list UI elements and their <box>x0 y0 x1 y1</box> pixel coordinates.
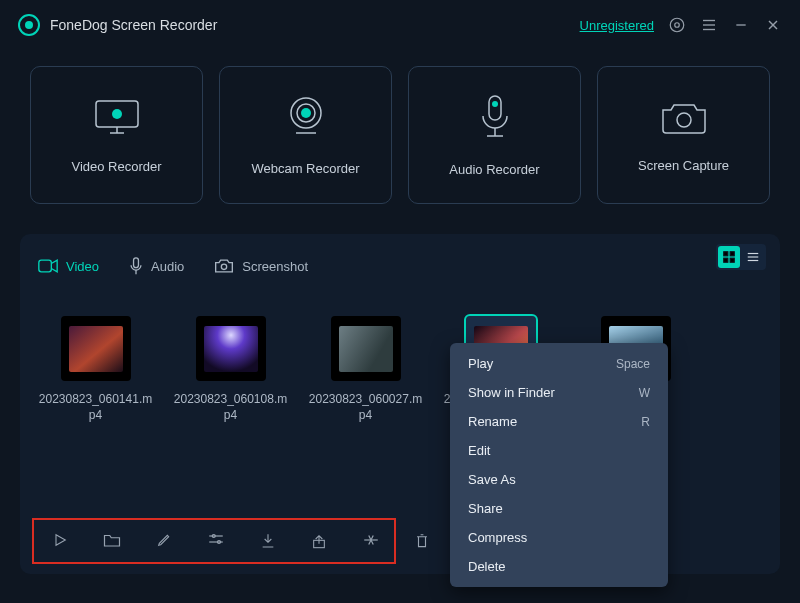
svg-rect-20 <box>39 260 52 272</box>
svg-point-19 <box>677 113 691 127</box>
svg-point-0 <box>670 18 684 32</box>
context-menu-share[interactable]: Share <box>450 494 668 523</box>
library-tabs: Video Audio Screenshot <box>38 246 762 286</box>
svg-point-14 <box>301 108 311 118</box>
context-menu-show-in-finder[interactable]: Show in Finder W <box>450 378 668 407</box>
thumbnail-icon <box>69 326 123 372</box>
mode-label: Webcam Recorder <box>251 161 359 176</box>
tab-label: Audio <box>151 259 184 274</box>
settings-gear-icon[interactable] <box>668 16 686 34</box>
play-icon <box>52 532 68 548</box>
delete-button[interactable] <box>415 532 429 550</box>
context-menu-play[interactable]: Play Space <box>450 349 668 378</box>
svg-rect-15 <box>489 96 501 120</box>
pencil-icon <box>156 532 172 548</box>
svg-rect-24 <box>724 252 728 256</box>
tab-screenshot[interactable]: Screenshot <box>214 258 308 274</box>
download-icon <box>260 532 276 550</box>
mode-label: Video Recorder <box>71 159 161 174</box>
library-item[interactable]: 20230823_060141.mp4 <box>43 316 148 423</box>
camera-icon <box>659 98 709 136</box>
trim-icon <box>362 532 380 548</box>
ctx-label: Edit <box>468 443 490 458</box>
ctx-label: Compress <box>468 530 527 545</box>
app-title: FoneDog Screen Recorder <box>50 17 217 33</box>
share-icon <box>311 532 327 550</box>
folder-icon <box>103 532 121 548</box>
ctx-shortcut: Space <box>616 357 650 371</box>
library-toolbar <box>32 518 396 564</box>
play-button[interactable] <box>52 532 68 550</box>
svg-point-11 <box>112 109 122 119</box>
filename-label: 20230823_060141.mp4 <box>38 391 154 423</box>
context-menu-rename[interactable]: Rename R <box>450 407 668 436</box>
grid-view-button[interactable] <box>718 246 740 268</box>
filename-label: 20230823_060027.mp4 <box>308 391 424 423</box>
svg-point-23 <box>222 264 227 269</box>
grid-icon <box>722 250 736 264</box>
view-switch <box>716 244 766 270</box>
context-menu: Play Space Show in Finder W Rename R Edi… <box>450 343 668 587</box>
ctx-label: Play <box>468 356 493 371</box>
svg-rect-21 <box>134 258 139 268</box>
mode-cards: Video Recorder Webcam Recorder Audio Rec… <box>0 50 800 234</box>
titlebar: FoneDog Screen Recorder Unregistered <box>0 0 800 50</box>
folder-button[interactable] <box>103 532 121 550</box>
list-icon <box>746 250 760 264</box>
context-menu-save-as[interactable]: Save As <box>450 465 668 494</box>
webcam-icon <box>282 95 330 139</box>
svg-rect-25 <box>730 252 734 256</box>
settings-button[interactable] <box>207 532 225 550</box>
edit-button[interactable] <box>156 532 172 550</box>
list-view-button[interactable] <box>742 246 764 268</box>
svg-rect-27 <box>730 258 734 262</box>
close-icon[interactable] <box>764 16 782 34</box>
context-menu-delete[interactable]: Delete <box>450 552 668 581</box>
thumbnail-icon <box>339 326 393 372</box>
mode-audio-recorder[interactable]: Audio Recorder <box>408 66 581 204</box>
context-menu-edit[interactable]: Edit <box>450 436 668 465</box>
tab-label: Video <box>66 259 99 274</box>
tab-label: Screenshot <box>242 259 308 274</box>
monitor-icon <box>90 97 144 137</box>
filename-label: 20230823_060108.mp4 <box>173 391 289 423</box>
ctx-label: Share <box>468 501 503 516</box>
svg-rect-26 <box>724 258 728 262</box>
ctx-shortcut: R <box>641 415 650 429</box>
context-menu-compress[interactable]: Compress <box>450 523 668 552</box>
trash-icon <box>415 532 429 550</box>
ctx-label: Save As <box>468 472 516 487</box>
unregistered-link[interactable]: Unregistered <box>580 18 654 33</box>
ctx-label: Delete <box>468 559 506 574</box>
export-button[interactable] <box>260 532 276 550</box>
svg-point-1 <box>675 23 680 28</box>
svg-point-16 <box>492 101 498 107</box>
share-button[interactable] <box>311 532 327 550</box>
minimize-icon[interactable] <box>732 16 750 34</box>
sliders-icon <box>207 532 225 546</box>
thumbnail-icon <box>204 326 258 372</box>
svg-marker-31 <box>56 535 65 546</box>
video-camera-icon <box>38 259 58 273</box>
library-item[interactable]: 20230823_060108.mp4 <box>178 316 283 423</box>
mode-video-recorder[interactable]: Video Recorder <box>30 66 203 204</box>
trim-button[interactable] <box>362 532 380 550</box>
mode-screen-capture[interactable]: Screen Capture <box>597 66 770 204</box>
mode-label: Audio Recorder <box>449 162 539 177</box>
ctx-label: Rename <box>468 414 517 429</box>
tab-video[interactable]: Video <box>38 259 99 274</box>
camera-icon <box>214 258 234 274</box>
library-item[interactable]: 20230823_060027.mp4 <box>313 316 418 423</box>
hamburger-menu-icon[interactable] <box>700 16 718 34</box>
mode-webcam-recorder[interactable]: Webcam Recorder <box>219 66 392 204</box>
microphone-icon <box>129 257 143 275</box>
ctx-shortcut: W <box>639 386 650 400</box>
app-logo-icon <box>18 14 40 36</box>
tab-audio[interactable]: Audio <box>129 257 184 275</box>
ctx-label: Show in Finder <box>468 385 555 400</box>
microphone-icon <box>477 94 513 140</box>
mode-label: Screen Capture <box>638 158 729 173</box>
